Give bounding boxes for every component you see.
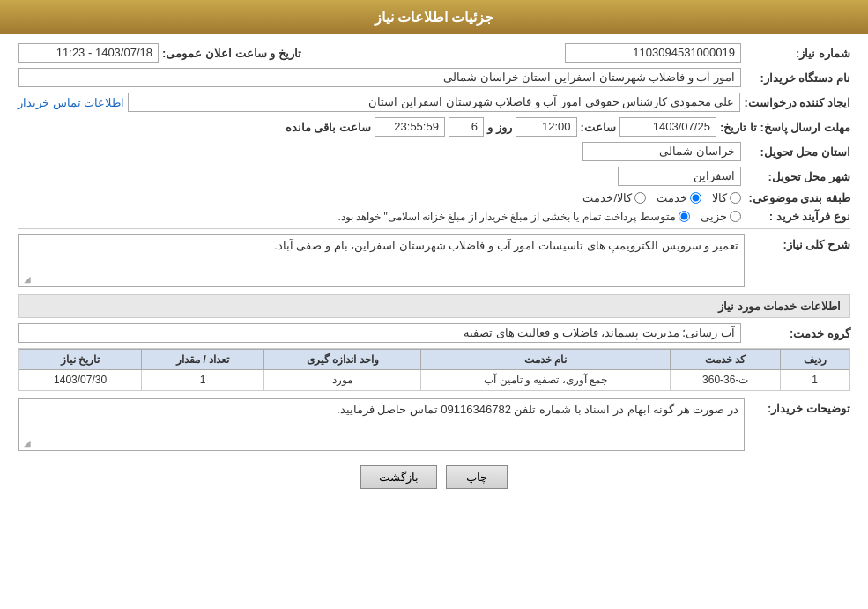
category-khedmat-radio[interactable]: [690, 192, 701, 204]
col-quantity: تعداد / مقدار: [142, 350, 264, 370]
page-header: جزئیات اطلاعات نیاز: [0, 0, 868, 34]
header-title: جزئیات اطلاعات نیاز: [375, 10, 494, 25]
buyer-org-label: نام دستگاه خریدار:: [745, 71, 850, 85]
province-value: خراسان شمالی: [582, 142, 741, 161]
response-deadline-row: مهلت ارسال پاسخ: تا تاریخ: 1403/07/25 سا…: [18, 117, 850, 137]
category-kala-khedmat-radio[interactable]: [634, 192, 646, 204]
resize-handle-1: ◢: [20, 274, 31, 285]
resize-handle-2: ◢: [20, 438, 31, 449]
service-group-label: گروه خدمت:: [745, 327, 850, 340]
buyer-org-value: امور آب و فاضلاب شهرستان اسفراین استان خ…: [18, 68, 741, 87]
service-group-row: گروه خدمت: آب رسانی؛ مدیریت پسماند، فاضل…: [18, 323, 850, 343]
col-unit: واحد اندازه گیری: [264, 350, 421, 370]
province-row: استان محل تحویل: خراسان شمالی: [18, 142, 850, 161]
purchase-mottavasset-label: متوسط: [640, 210, 676, 223]
category-khedmat-item: خدمت: [657, 191, 701, 204]
response-remaining: 23:55:59: [375, 117, 445, 137]
cell-quantity: 1: [142, 370, 264, 390]
category-label: طبقه بندی موضوعی:: [745, 191, 850, 204]
response-time: 12:00: [516, 117, 577, 137]
need-description-wrapper: تعمیر و سرویس الکترویمپ های تاسیسات امور…: [18, 234, 745, 287]
purchase-jazee-label: جزیی: [701, 210, 727, 223]
response-time-label: ساعت:: [581, 121, 616, 134]
cell-row-num: 1: [781, 370, 849, 390]
services-table-container: ردیف کد خدمت نام خدمت واحد اندازه گیری ت…: [18, 348, 850, 391]
col-code: کد خدمت: [671, 350, 781, 370]
city-label: شهر محل تحویل:: [745, 170, 850, 183]
table-row: 1 ت-36-360 جمع آوری، تصفیه و تامین آب مو…: [19, 370, 849, 390]
purchase-mottavasset-radio[interactable]: [679, 211, 690, 222]
response-days-label: روز و: [487, 121, 512, 134]
category-kala-khedmat-label: کالا/خدمت: [582, 191, 632, 204]
purchase-type-desc: پرداخت تمام یا بخشی از مبلغ خریدار از مب…: [18, 211, 636, 223]
announce-date-value: 1403/07/18 - 11:23: [18, 43, 159, 63]
cell-name: جمع آوری، تصفیه و تامین آب: [421, 370, 671, 390]
print-button[interactable]: چاپ: [446, 465, 508, 489]
purchase-jazee-item: جزیی: [701, 210, 741, 223]
response-days: 6: [449, 117, 484, 137]
buyer-notes-wrapper: در صورت هر گونه ابهام در اسناد با شماره …: [18, 398, 745, 451]
buyer-org-row: نام دستگاه خریدار: امور آب و فاضلاب شهرس…: [18, 68, 850, 87]
category-khedmat-label: خدمت: [657, 191, 687, 204]
need-description-value: تعمیر و سرویس الکترویمپ های تاسیسات امور…: [24, 239, 738, 252]
need-description-label: شرح کلی نیاز:: [745, 238, 850, 251]
table-body: 1 ت-36-360 جمع آوری، تصفیه و تامین آب مو…: [19, 370, 849, 390]
buyer-notes-section: توضیحات خریدار: در صورت هر گونه ابهام در…: [18, 398, 850, 451]
creator-value: علی محمودی کارشناس حقوقی امور آب و فاضلا…: [128, 93, 740, 112]
divider-1: [18, 228, 850, 229]
need-number-value: 1103094531000019: [565, 43, 741, 63]
col-name: نام خدمت: [421, 350, 671, 370]
province-label: استان محل تحویل:: [745, 145, 850, 159]
purchase-mottavasset-item: متوسط: [640, 210, 690, 223]
category-radio-group: کالا خدمت کالا/خدمت: [582, 191, 741, 204]
contact-link[interactable]: اطلاعات تماس خریدار: [18, 96, 124, 109]
back-button[interactable]: بازگشت: [360, 465, 437, 489]
response-deadline-label: مهلت ارسال پاسخ: تا تاریخ:: [720, 121, 850, 134]
creator-row: ایجاد کننده درخواست: علی محمودی کارشناس …: [18, 93, 850, 112]
city-row: شهر محل تحویل: اسفراین: [18, 167, 850, 186]
response-remaining-label: ساعت باقی مانده: [286, 121, 371, 134]
cell-code: ت-36-360: [671, 370, 781, 390]
category-kala-khedmat-item: کالا/خدمت: [582, 191, 646, 204]
table-head: ردیف کد خدمت نام خدمت واحد اندازه گیری ت…: [19, 350, 849, 370]
col-row-num: ردیف: [781, 350, 849, 370]
table-header-row: ردیف کد خدمت نام خدمت واحد اندازه گیری ت…: [19, 350, 849, 370]
cell-unit: مورد: [264, 370, 421, 390]
buttons-row: چاپ بازگشت: [18, 465, 850, 489]
category-kala-item: کالا: [712, 191, 741, 204]
page-wrapper: جزئیات اطلاعات نیاز شماره نیاز: 11030945…: [0, 0, 868, 609]
buyer-notes-label: توضیحات خریدار:: [745, 402, 850, 415]
need-number-label: شماره نیاز:: [745, 47, 850, 60]
purchase-type-label: نوع فرآیند خرید :: [745, 210, 850, 223]
service-group-value: آب رسانی؛ مدیریت پسماند، فاضلاب و فعالیت…: [18, 323, 741, 343]
category-kala-radio[interactable]: [730, 192, 741, 204]
city-value: اسفراین: [618, 167, 741, 186]
need-description-section: شرح کلی نیاز: تعمیر و سرویس الکترویمپ ها…: [18, 234, 850, 287]
creator-label: ایجاد کننده درخواست:: [744, 96, 850, 109]
services-section-title: اطلاعات خدمات مورد نیاز: [18, 294, 850, 318]
response-date: 1403/07/25: [619, 117, 716, 137]
category-row: طبقه بندی موضوعی: کالا خدمت کالا/خدمت: [18, 191, 850, 204]
category-kala-label: کالا: [712, 191, 727, 204]
purchase-jazee-radio[interactable]: [730, 211, 741, 222]
buyer-notes-value: در صورت هر گونه ابهام در اسناد با شماره …: [24, 403, 738, 416]
purchase-type-row: نوع فرآیند خرید : جزیی متوسط پرداخت تمام…: [18, 210, 850, 223]
services-table: ردیف کد خدمت نام خدمت واحد اندازه گیری ت…: [19, 349, 849, 390]
announce-date-label: تاریخ و ساعت اعلان عمومی:: [162, 47, 301, 60]
cell-date: 1403/07/30: [19, 370, 142, 390]
col-date: تاریخ نیاز: [19, 350, 142, 370]
main-content: شماره نیاز: 1103094531000019 تاریخ و ساع…: [0, 34, 868, 512]
need-number-row: شماره نیاز: 1103094531000019 تاریخ و ساع…: [18, 43, 850, 63]
purchase-type-radio-group: جزیی متوسط: [640, 210, 741, 223]
